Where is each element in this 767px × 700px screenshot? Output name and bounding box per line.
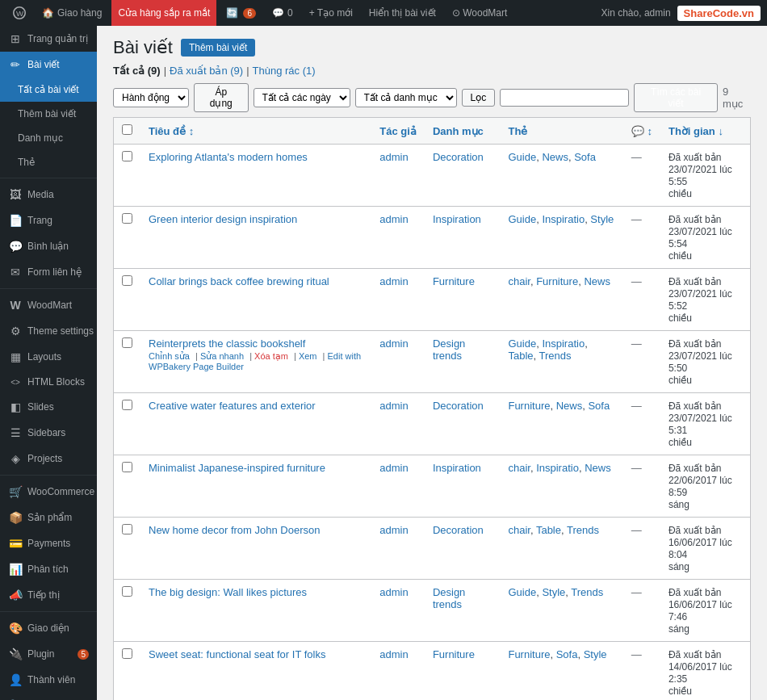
row-tags-8: Guide, Style, Trends xyxy=(500,580,622,642)
site-name-bar[interactable]: Cửa hàng sắp ra mắt xyxy=(111,0,216,26)
select-all-checkbox[interactable] xyxy=(122,124,132,135)
content-wrap: Bài viết Thêm bài viết Tất cả (9) | Đã x… xyxy=(97,26,767,700)
table-header-row: Tiêu đề ↕ Tác giả Danh mục Thẻ 💬 ↕ Thời … xyxy=(114,118,751,145)
sidebar-item-media[interactable]: 🖼 Media xyxy=(0,182,97,207)
bulk-action-select[interactable]: Hành động xyxy=(113,88,189,107)
row-title-5: Creative water features and exterior Chỉ… xyxy=(140,393,371,455)
row-checkbox-9[interactable] xyxy=(114,642,141,701)
slides-icon: ◧ xyxy=(8,400,23,413)
new-bar[interactable]: + Tạo mới xyxy=(303,0,359,26)
sidebar-item-plugins[interactable]: 🔌 Plugin 5 xyxy=(0,641,97,667)
header-title[interactable]: Tiêu đề ↕ xyxy=(140,118,371,145)
view-posts-bar[interactable]: Hiển thị bài viết xyxy=(363,0,442,26)
sidebar-item-woocommerce[interactable]: 🛒 WooCommerce xyxy=(0,479,97,505)
post-link-7[interactable]: New home decor from John Doerson xyxy=(149,524,320,536)
post-link-4[interactable]: Reinterprets the classic bookshelf xyxy=(149,337,305,350)
row-date-6: Đã xuất bản22/06/2017 lúc 8:59sáng xyxy=(660,455,751,518)
post-link-3[interactable]: Collar brings back coffee brewing ritual xyxy=(149,275,329,287)
greeting[interactable]: Xin chào, admin xyxy=(595,0,677,26)
row-checkbox-8[interactable] xyxy=(114,580,141,642)
row-comments-5: — xyxy=(623,393,660,455)
row-tags-2: Guide, Inspiratio, Style xyxy=(500,207,622,269)
sidebar-item-projects[interactable]: ◈ Projects xyxy=(0,446,97,472)
woodmart-bar[interactable]: ⊙ WoodMart xyxy=(446,0,513,26)
sidebar-item-tags[interactable]: Thẻ xyxy=(0,150,97,174)
sidebar-item-forms[interactable]: ✉ Form liên hệ xyxy=(0,259,97,285)
filter-button[interactable]: Lọc xyxy=(462,89,496,107)
post-link-2[interactable]: Green interior design inspiration xyxy=(149,213,297,225)
admin-sidebar: ⊞ Trang quản trị ✏ Bài viết Tất cả bài v… xyxy=(0,26,97,700)
sidebar-item-pages[interactable]: 📄 Trang xyxy=(0,207,97,233)
row-comments-6: — xyxy=(623,455,660,518)
sidebar-item-all-posts[interactable]: Tất cả bài viết xyxy=(0,78,97,102)
sidebar-item-categories[interactable]: Danh mục xyxy=(0,126,97,150)
row-date-5: Đã xuất bản23/07/2021 lúc 5:31chiều xyxy=(660,393,751,455)
filter-tab-all[interactable]: Tất cả (9) xyxy=(113,65,161,77)
post-link-6[interactable]: Minimalist Japanese-inspired furniture xyxy=(149,462,325,474)
home-bar-item[interactable]: 🏠 Giao hàng xyxy=(36,0,108,26)
media-icon: 🖼 xyxy=(8,188,23,201)
category-link-1[interactable]: Decoration xyxy=(433,151,484,163)
sidebar-item-appearance[interactable]: 🎨 Giao diện xyxy=(0,615,97,641)
header-author: Tác giả xyxy=(371,118,425,145)
sidebar-item-posts[interactable]: ✏ Bài viết xyxy=(0,52,97,78)
header-checkbox[interactable] xyxy=(114,118,141,145)
row-checkbox-6[interactable] xyxy=(114,455,141,518)
row-checkbox-5[interactable] xyxy=(114,393,141,455)
sidebar-item-html-blocks[interactable]: <> HTML Blocks xyxy=(0,370,97,394)
sidebar-item-slides[interactable]: ◧ Slides xyxy=(0,394,97,420)
apply-button[interactable]: Áp dụng xyxy=(194,83,249,112)
main-content: Bài viết Thêm bài viết Tất cả (9) | Đã x… xyxy=(97,26,767,700)
row-checkbox-3[interactable] xyxy=(114,269,141,331)
table-row: Sweet seat: functional seat for IT folks… xyxy=(114,642,751,701)
sidebar-item-dashboard[interactable]: ⊞ Trang quản trị xyxy=(0,26,97,52)
row-checkbox-2[interactable] xyxy=(114,207,141,269)
sidebar-item-sidebars[interactable]: ☰ Sidebars xyxy=(0,420,97,446)
date-filter-select[interactable]: Tất cả các ngày xyxy=(254,88,350,107)
post-link-5[interactable]: Creative water features and exterior xyxy=(149,400,316,412)
sidebar-item-add-post[interactable]: Thêm bài viết xyxy=(0,102,97,126)
post-link-8[interactable]: The big design: Wall likes pictures xyxy=(149,586,307,598)
filter-tab-published[interactable]: Đã xuất bản (9) xyxy=(170,65,243,77)
sidebar-item-theme-settings[interactable]: ⚙ Theme settings xyxy=(0,318,97,344)
menu-divider-2 xyxy=(0,288,97,289)
payments-icon: 💳 xyxy=(8,537,23,550)
sidebar-item-layouts[interactable]: ▦ Layouts xyxy=(0,344,97,370)
author-link-1[interactable]: admin xyxy=(379,151,408,163)
category-filter-select[interactable]: Tất cả danh mục xyxy=(355,88,457,107)
add-new-button[interactable]: Thêm bài viết xyxy=(181,39,255,57)
sidebar-item-comments[interactable]: 💬 Bình luận xyxy=(0,233,97,259)
updates-bar[interactable]: 🔄 6 xyxy=(220,0,262,26)
posts-icon: ✏ xyxy=(8,58,23,71)
header-date[interactable]: Thời gian ↓ xyxy=(660,118,751,145)
sidebar-item-payments[interactable]: 💳 Payments xyxy=(0,530,97,556)
row-author-2: admin xyxy=(371,207,425,269)
sidebar-item-users[interactable]: 👤 Thành viên xyxy=(0,667,97,693)
sidebar-item-marketing[interactable]: 📣 Tiếp thị xyxy=(0,582,97,608)
sidebar-item-tools[interactable]: 🔧 Công cụ xyxy=(0,693,97,700)
post-link-9[interactable]: Sweet seat: functional seat for IT folks xyxy=(149,648,325,660)
table-row: Creative water features and exterior Chỉ… xyxy=(114,393,751,455)
row-checkbox-4[interactable] xyxy=(114,331,141,393)
row-category-5: Decoration xyxy=(425,393,501,455)
comments-bar[interactable]: 💬 0 xyxy=(266,0,300,26)
sidebar-item-woodmart[interactable]: W WoodMart xyxy=(0,292,97,318)
row-checkbox-7[interactable] xyxy=(114,518,141,580)
posts-table: Tiêu đề ↕ Tác giả Danh mục Thẻ 💬 ↕ Thời … xyxy=(113,117,751,700)
search-input[interactable] xyxy=(500,89,629,107)
sidebar-item-products[interactable]: 📦 Sản phẩm xyxy=(0,505,97,530)
row-title-8: The big design: Wall likes pictures Chỉn… xyxy=(140,580,371,642)
row-author-7: admin xyxy=(371,518,425,580)
table-row: Collar brings back coffee brewing ritual… xyxy=(114,269,751,331)
search-button[interactable]: Tìm các bài viết xyxy=(634,83,718,112)
sharecode-logo: ShareCode.vn xyxy=(677,6,761,21)
row-checkbox-1[interactable] xyxy=(114,145,141,207)
row-comments-7: — xyxy=(623,518,660,580)
filter-tab-trash[interactable]: Thùng rác (1) xyxy=(253,65,316,77)
post-link-1[interactable]: Exploring Atlanta's modern homes xyxy=(149,151,308,163)
row-title-2: Green interior design inspiration Chỉnh … xyxy=(140,207,371,269)
row-category-1: Decoration xyxy=(425,145,501,207)
wp-logo[interactable]: W xyxy=(6,0,32,26)
header-comments[interactable]: 💬 ↕ xyxy=(623,118,660,145)
sidebar-item-analytics[interactable]: 📊 Phân tích xyxy=(0,556,97,582)
